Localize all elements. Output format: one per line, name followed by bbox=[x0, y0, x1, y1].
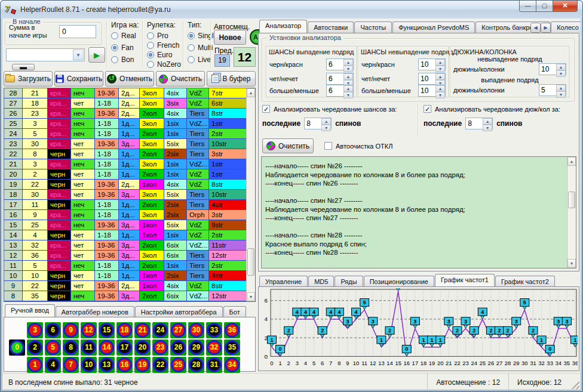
number-button-16[interactable]: 16 bbox=[116, 357, 133, 373]
chances-alt-checkbox[interactable]: ✓ bbox=[262, 105, 270, 113]
tab-chart-5[interactable]: График частот2 bbox=[495, 276, 555, 287]
undo-button[interactable]: ↺Отменить bbox=[105, 71, 154, 87]
number-button-9[interactable]: 9 bbox=[63, 322, 79, 338]
new-button[interactable]: Новое bbox=[214, 30, 246, 45]
number-button-21[interactable]: 21 bbox=[134, 322, 151, 338]
number-button-32[interactable]: 32 bbox=[206, 339, 222, 356]
table-row[interactable]: 2718кра...чет1-182д...3кол3sixVdZ6str bbox=[4, 98, 246, 109]
table-row[interactable]: 1236кра...чет19-363д...3кол6sixTiers12st… bbox=[4, 251, 246, 261]
number-button-22[interactable]: 22 bbox=[152, 357, 168, 373]
scrollbar-thumb[interactable] bbox=[247, 248, 254, 276]
tab-scroll-left-icon[interactable]: ◀ bbox=[530, 23, 541, 33]
radio-game-real[interactable]: Real bbox=[111, 32, 139, 40]
number-button-36[interactable]: 36 bbox=[224, 322, 240, 338]
log-scrollbar[interactable]: ▲ ▼ bbox=[567, 157, 576, 268]
spinner-even-odd[interactable]: ▲▼ bbox=[326, 73, 354, 85]
number-button-11[interactable]: 11 bbox=[81, 339, 97, 356]
number-button-30[interactable]: 30 bbox=[188, 322, 204, 338]
number-button-29[interactable]: 29 bbox=[188, 339, 204, 356]
spinner-last-spins2[interactable]: ▲▼ bbox=[465, 118, 493, 129]
tab-analyzer-5[interactable]: Колесо ру bbox=[551, 21, 581, 33]
history-combobox[interactable]: ▼ bbox=[6, 48, 85, 61]
table-row[interactable]: 213кра...неч1-181д...3кол1sixVdZ...1str bbox=[4, 159, 246, 169]
tab-scroll-right-icon[interactable]: ▶ bbox=[541, 23, 551, 33]
spinner-black-red-miss[interactable]: ▲▼ bbox=[418, 58, 446, 70]
close-button[interactable]: ✕ bbox=[553, 1, 578, 12]
number-button-25[interactable]: 25 bbox=[170, 357, 186, 373]
play-button[interactable]: ▶ bbox=[88, 47, 105, 63]
number-button-27[interactable]: 27 bbox=[170, 322, 186, 338]
tab-input-1[interactable]: Автограббер номеров bbox=[56, 306, 134, 317]
spinner-black-red[interactable]: ▲▼ bbox=[326, 58, 354, 70]
table-row[interactable]: 2623кра...неч19-362д...2кол4sixTiers8str bbox=[4, 109, 246, 119]
number-button-19[interactable]: 19 bbox=[134, 357, 151, 373]
save-button[interactable]: Сохранить bbox=[54, 71, 103, 87]
tab-chart-3[interactable]: Позиционирование bbox=[364, 276, 434, 287]
table-row[interactable]: 1830кра...чет19-363д...3кол5sixTiers10st… bbox=[4, 190, 246, 200]
table-row[interactable]: 835черннеч19-363д...2кол6sixVdZ...12str bbox=[4, 291, 246, 301]
number-button-0[interactable]: 0 bbox=[9, 339, 25, 356]
radio-roulette-euro[interactable]: Euro bbox=[147, 51, 181, 59]
number-button-24[interactable]: 24 bbox=[152, 322, 168, 338]
spinner-dozen-miss[interactable]: ▲▼ bbox=[539, 63, 566, 75]
table-row[interactable]: 1525кра...неч19-363д...1кол5sixVdZ9str bbox=[4, 220, 246, 230]
number-button-31[interactable]: 31 bbox=[206, 357, 222, 373]
log-text[interactable]: ----начало----- спин №26 -------- Наблюд… bbox=[262, 157, 567, 268]
table-row[interactable]: 169кра...неч1-181д...3кол2sixOrph3str bbox=[4, 210, 246, 220]
title-bar[interactable]: 7 HelperRoullet 8.71 - create helperroul… bbox=[1, 1, 582, 18]
number-button-13[interactable]: 13 bbox=[99, 357, 115, 373]
scroll-up-icon[interactable]: ▲ bbox=[567, 157, 576, 166]
number-button-3[interactable]: 3 bbox=[27, 322, 43, 338]
minimize-button[interactable]: — bbox=[519, 1, 536, 12]
number-button-34[interactable]: 34 bbox=[224, 357, 240, 373]
table-row[interactable]: 115кра...неч1-181д...2кол1sixTiers2str bbox=[4, 261, 246, 271]
radio-game-bon[interactable]: Bon bbox=[111, 55, 139, 64]
spinner-high-low-miss[interactable]: ▲▼ bbox=[418, 85, 446, 97]
spinner-dozen-hit[interactable]: ▲▼ bbox=[539, 84, 566, 96]
radio-roulette-pro[interactable]: Pro bbox=[147, 32, 181, 40]
table-row[interactable]: 2821кра...неч19-362д...3кол4sixVdZ7str bbox=[4, 88, 246, 98]
spinner-last-spins1[interactable]: ▲▼ bbox=[304, 118, 332, 129]
number-button-1[interactable]: 1 bbox=[27, 357, 43, 373]
spinner-even-odd-miss[interactable]: ▲▼ bbox=[418, 73, 446, 85]
dash-button[interactable]: ▬ bbox=[12, 64, 35, 70]
tab-chart-2[interactable]: Ряды bbox=[335, 276, 363, 287]
resize-grip[interactable] bbox=[570, 379, 579, 389]
tab-analyzer-0[interactable]: Анализатор bbox=[259, 20, 307, 33]
radio-roulette-french[interactable]: French bbox=[147, 41, 181, 50]
number-button-23[interactable]: 23 bbox=[152, 339, 168, 356]
scroll-down-icon[interactable]: ▼ bbox=[567, 259, 576, 268]
table-row[interactable]: 245кра...неч1-181д...2кол1sixTiers2str bbox=[4, 129, 246, 139]
tab-chart-0[interactable]: Управление bbox=[259, 276, 308, 287]
number-button-4[interactable]: 4 bbox=[45, 357, 61, 373]
radio-roulette-nozero[interactable]: NoZero bbox=[147, 60, 181, 69]
tab-analyzer-3[interactable]: Функционал PsevdoMS bbox=[392, 21, 475, 33]
number-button-20[interactable]: 20 bbox=[134, 339, 151, 356]
maximize-button[interactable]: ▢ bbox=[536, 1, 553, 12]
number-button-12[interactable]: 12 bbox=[81, 322, 97, 338]
table-row[interactable]: 1332кра...чет19-363д...2кол6sixVdZ...11s… bbox=[4, 240, 246, 251]
load-button[interactable]: Загрузить bbox=[4, 71, 53, 87]
table-row[interactable]: 202чернчет1-181д...2кол1sixVdZ1str bbox=[4, 169, 246, 180]
scroll-up-icon[interactable]: ▲ bbox=[247, 88, 255, 97]
chevron-down-icon[interactable]: ▼ bbox=[73, 50, 84, 60]
number-button-18[interactable]: 18 bbox=[116, 322, 133, 338]
tab-chart-1[interactable]: MD5 bbox=[308, 276, 334, 287]
tab-analyzer-1[interactable]: Автоставки bbox=[308, 21, 354, 33]
number-button-17[interactable]: 17 bbox=[116, 339, 133, 356]
number-button-15[interactable]: 15 bbox=[99, 322, 115, 338]
number-button-8[interactable]: 8 bbox=[63, 339, 79, 356]
number-button-7[interactable]: 7 bbox=[63, 357, 79, 373]
number-button-14[interactable]: 14 bbox=[99, 339, 115, 356]
start-sum-input[interactable] bbox=[59, 25, 96, 38]
copy-buffer-button[interactable]: В буфер bbox=[207, 71, 256, 87]
table-row[interactable]: 1010чернчет1-181д...1кол2sixTiers4str bbox=[4, 271, 246, 281]
spinner-high-low[interactable]: ▲▼ bbox=[326, 85, 354, 97]
clear-button[interactable]: Очистить bbox=[156, 71, 205, 87]
tab-input-2[interactable]: Настройки автограббера bbox=[135, 306, 223, 317]
table-row[interactable]: 228чернчет1-181д...2кол2sixTiers3str bbox=[4, 149, 246, 159]
table-row[interactable]: 1711черннеч1-181д...2кол2sixTiers4str bbox=[4, 200, 246, 210]
dozen-alt-checkbox[interactable]: ✓ bbox=[424, 105, 431, 113]
number-button-10[interactable]: 10 bbox=[81, 357, 97, 373]
analyzer-clear-button[interactable]: Очистить bbox=[262, 138, 314, 153]
